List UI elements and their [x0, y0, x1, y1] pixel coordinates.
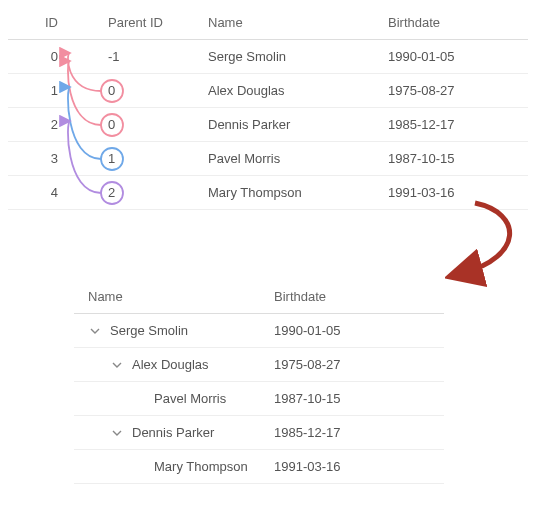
col-name-label: Name: [88, 289, 123, 304]
chevron-down-icon[interactable]: [110, 426, 124, 440]
tree-cell-name: Alex Douglas: [74, 357, 274, 372]
tree-row: Pavel Morris1987-10-15: [74, 382, 444, 416]
tree-cell-name-label: Mary Thompson: [154, 459, 248, 474]
tree-cell-name: Mary Thompson: [74, 459, 274, 474]
cell-birthdate: 1987-10-15: [378, 151, 528, 166]
cell-birthdate: 1985-12-17: [378, 117, 528, 132]
table-row: 1 0 Alex Douglas 1975-08-27: [8, 74, 528, 108]
tree-cell-birthdate: 1985-12-17: [274, 425, 444, 440]
cell-id: 0: [8, 49, 78, 64]
cell-id: 3: [8, 151, 78, 166]
cell-parent-id: 0: [78, 83, 198, 98]
tree-cell-birthdate: 1991-03-16: [274, 459, 444, 474]
cell-parent-id: 0: [78, 117, 198, 132]
tree-row: Alex Douglas1975-08-27: [74, 348, 444, 382]
tree-cell-birthdate: 1990-01-05: [274, 323, 444, 338]
cell-id: 1: [8, 83, 78, 98]
cell-birthdate: 1990-01-05: [378, 49, 528, 64]
tree-cell-name-label: Pavel Morris: [154, 391, 226, 406]
cell-name: Dennis Parker: [198, 117, 378, 132]
tree-row: Dennis Parker1985-12-17: [74, 416, 444, 450]
flat-table: ID Parent ID Name Birthdate 0 -1 Serge S…: [8, 6, 528, 210]
tree-cell-birthdate: 1987-10-15: [274, 391, 444, 406]
chevron-down-icon[interactable]: [110, 358, 124, 372]
tree-cell-name-label: Dennis Parker: [132, 425, 214, 440]
cell-name: Serge Smolin: [198, 49, 378, 64]
col-birthdate: Birthdate: [274, 289, 444, 304]
col-birthdate: Birthdate: [378, 15, 528, 30]
transform-arrow-icon: [445, 195, 534, 295]
tree-cell-name: Dennis Parker: [74, 425, 274, 440]
cell-parent-id: 2: [78, 185, 198, 200]
tree-cell-name: Pavel Morris: [74, 391, 274, 406]
table-row: 4 2 Mary Thompson 1991-03-16: [8, 176, 528, 210]
cell-id: 4: [8, 185, 78, 200]
table-row: 0 -1 Serge Smolin 1990-01-05: [8, 40, 528, 74]
tree-table-header: Name Birthdate: [74, 280, 444, 314]
transform-arrow-path: [463, 203, 510, 273]
table-row: 3 1 Pavel Morris 1987-10-15: [8, 142, 528, 176]
cell-birthdate: 1975-08-27: [378, 83, 528, 98]
col-id: ID: [8, 15, 78, 30]
cell-id: 2: [8, 117, 78, 132]
tree-table: Name Birthdate Serge Smolin1990-01-05Ale…: [74, 280, 444, 484]
flat-table-header: ID Parent ID Name Birthdate: [8, 6, 528, 40]
cell-name: Alex Douglas: [198, 83, 378, 98]
tree-cell-name-label: Serge Smolin: [110, 323, 188, 338]
tree-cell-name-label: Alex Douglas: [132, 357, 209, 372]
col-parent-id: Parent ID: [78, 15, 198, 30]
chevron-down-icon[interactable]: [88, 324, 102, 338]
tree-row: Serge Smolin1990-01-05: [74, 314, 444, 348]
table-row: 2 0 Dennis Parker 1985-12-17: [8, 108, 528, 142]
cell-name: Pavel Morris: [198, 151, 378, 166]
col-name: Name: [74, 289, 274, 304]
cell-birthdate: 1991-03-16: [378, 185, 528, 200]
cell-parent-id: -1: [78, 49, 198, 64]
tree-row: Mary Thompson1991-03-16: [74, 450, 444, 484]
cell-name: Mary Thompson: [198, 185, 378, 200]
col-name: Name: [198, 15, 378, 30]
tree-cell-name: Serge Smolin: [74, 323, 274, 338]
tree-cell-birthdate: 1975-08-27: [274, 357, 444, 372]
cell-parent-id: 1: [78, 151, 198, 166]
